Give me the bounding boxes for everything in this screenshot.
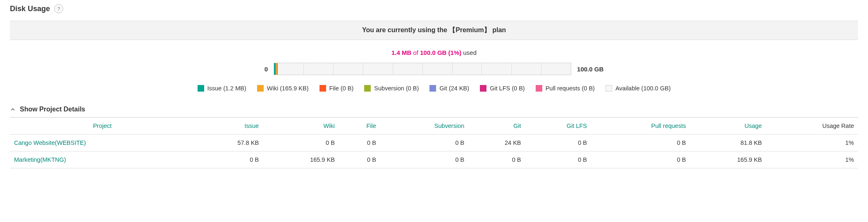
- project-cell: Cango Website(WEBSITE): [10, 135, 195, 151]
- legend-label: Pull requests (0 B): [546, 85, 595, 92]
- table-cell: 1%: [766, 151, 858, 168]
- table-header-cell: Usage Rate: [766, 118, 858, 135]
- legend-label: Issue (1.2 MB): [207, 85, 246, 92]
- legend-item: Git LFS (0 B): [480, 85, 525, 92]
- legend-label: File (0 B): [329, 85, 354, 92]
- help-icon[interactable]: ?: [54, 4, 63, 13]
- project-details-table: ProjectIssueWikiFileSubversionGitGit LFS…: [10, 118, 858, 168]
- table-cell: 0 B: [525, 135, 591, 151]
- table-cell: 1%: [766, 135, 858, 151]
- legend-swatch: [606, 85, 612, 92]
- project-link[interactable]: Cango Website(WEBSITE): [14, 139, 86, 146]
- usage-total-amount: 100.0 GB: [420, 49, 446, 56]
- details-toggle-label: Show Project Details: [20, 106, 85, 113]
- table-cell: 0 B: [591, 135, 690, 151]
- page-title: Disk Usage: [10, 5, 50, 13]
- chevron-up-icon: [10, 106, 16, 112]
- legend-swatch: [429, 85, 436, 92]
- table-header-row: ProjectIssueWikiFileSubversionGitGit LFS…: [10, 118, 858, 135]
- project-cell: Marketing(MKTNG): [10, 151, 195, 168]
- plan-banner: You are currently using the 【Premium】 pl…: [10, 21, 858, 40]
- usage-percent: (1%): [446, 49, 461, 56]
- table-header-cell: Wiki: [263, 118, 339, 135]
- table-cell: 0 B: [525, 151, 591, 168]
- table-cell: 0 B: [339, 151, 380, 168]
- table-header-cell: Git: [468, 118, 525, 135]
- legend-swatch: [320, 85, 326, 92]
- table-cell: 0 B: [380, 135, 468, 151]
- legend-item: File (0 B): [320, 85, 354, 92]
- legend-item: Subversion (0 B): [364, 85, 419, 92]
- usage-summary: 1.4 MB of 100.0 GB (1%) used: [10, 49, 858, 56]
- usage-used-amount: 1.4 MB: [391, 49, 411, 56]
- legend-item: Available (100.0 GB): [606, 85, 671, 92]
- legend-label: Subversion (0 B): [374, 85, 419, 92]
- table-cell: 0 B: [591, 151, 690, 168]
- legend-item: Git (24 KB): [429, 85, 469, 92]
- legend-item: Issue (1.2 MB): [198, 85, 246, 92]
- bar-min-label: 0: [265, 66, 268, 73]
- project-link[interactable]: Marketing(MKTNG): [14, 156, 66, 163]
- table-header-cell: Project: [10, 118, 195, 135]
- table-row: Marketing(MKTNG)0 B165.9 KB0 B0 B0 B0 B0…: [10, 151, 858, 168]
- legend-item: Wiki (165.9 KB): [257, 85, 309, 92]
- table-cell: 57.8 KB: [195, 135, 263, 151]
- usage-used-word: used: [461, 49, 477, 56]
- legend-item: Pull requests (0 B): [536, 85, 595, 92]
- table-header-cell: Subversion: [380, 118, 468, 135]
- bar-grid: [274, 63, 571, 75]
- usage-bar: [274, 63, 571, 75]
- table-header-cell: Usage: [690, 118, 766, 135]
- plan-banner-text: You are currently using the 【Premium】 pl…: [362, 26, 506, 33]
- legend-label: Git (24 KB): [439, 85, 469, 92]
- legend-swatch: [364, 85, 371, 92]
- table-cell: 81.8 KB: [690, 135, 766, 151]
- table-header-cell: File: [339, 118, 380, 135]
- legend-swatch: [480, 85, 486, 92]
- table-cell: 0 B: [339, 135, 380, 151]
- bar-max-label: 100.0 GB: [577, 66, 603, 73]
- table-cell: 0 B: [263, 135, 339, 151]
- legend-swatch: [257, 85, 264, 92]
- table-header-cell: Pull requests: [591, 118, 690, 135]
- usage-of: of: [411, 49, 420, 56]
- legend-swatch: [536, 85, 542, 92]
- table-row: Cango Website(WEBSITE)57.8 KB0 B0 B0 B24…: [10, 135, 858, 151]
- table-header-cell: Issue: [195, 118, 263, 135]
- table-cell: 24 KB: [468, 135, 525, 151]
- table-header-cell: Git LFS: [525, 118, 591, 135]
- details-toggle[interactable]: Show Project Details: [10, 106, 858, 118]
- usage-legend: Issue (1.2 MB)Wiki (165.9 KB)File (0 B)S…: [10, 85, 858, 92]
- legend-swatch: [198, 85, 204, 92]
- table-cell: 0 B: [468, 151, 525, 168]
- table-cell: 165.9 KB: [690, 151, 766, 168]
- legend-label: Available (100.0 GB): [615, 85, 671, 92]
- bar-segment: [277, 63, 278, 75]
- legend-label: Git LFS (0 B): [490, 85, 525, 92]
- table-cell: 165.9 KB: [263, 151, 339, 168]
- table-cell: 0 B: [195, 151, 263, 168]
- table-cell: 0 B: [380, 151, 468, 168]
- legend-label: Wiki (165.9 KB): [267, 85, 309, 92]
